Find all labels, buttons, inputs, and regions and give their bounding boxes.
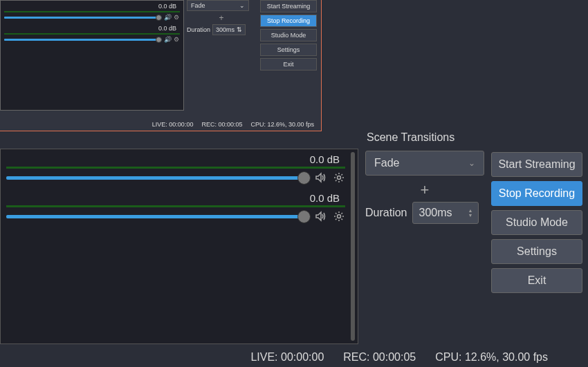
preview-screenshot: 0.0 dB 🔊 ⚙ 0.0 dB 🔊 ⚙ F [0,0,322,131]
stop-recording-button[interactable]: Stop Recording [491,181,582,206]
duration-spinner[interactable]: 300ms ▲▼ [412,202,479,224]
preview-duration-spinner[interactable]: 300ms ⇅ [212,24,246,35]
svg-point-1 [338,215,341,218]
rec-status: REC: 00:00:05 [343,351,416,364]
slider-thumb[interactable] [297,210,311,223]
speaker-icon[interactable] [315,210,327,223]
preview-add-transition-button[interactable]: + [187,13,256,23]
gear-icon[interactable]: ⚙ [173,14,180,21]
db-label: 0.0 dB [6,153,345,165]
chevron-down-icon: ⌄ [468,158,475,168]
speaker-icon[interactable]: 🔊 [164,14,171,21]
svg-point-0 [338,176,341,180]
duration-value: 300ms [419,207,452,219]
preview-exit-button[interactable]: Exit [260,58,317,70]
transition-select[interactable]: Fade ⌄ [365,151,484,176]
preview-studio-mode-button[interactable]: Studio Mode [260,29,317,41]
add-transition-button[interactable]: + [365,181,484,199]
exit-button[interactable]: Exit [491,268,582,293]
gear-icon[interactable]: ⚙ [173,36,180,43]
preview-duration-value: 300ms [216,26,235,33]
preview-audio-meter [4,33,180,35]
preview-volume-slider[interactable] [4,17,162,19]
spinner-arrows-icon: ⇅ [237,26,242,33]
volume-slider[interactable] [6,176,309,180]
preview-transitions-panel: Fade ⌄ + Duration 300ms ⇅ [187,0,256,35]
slider-thumb[interactable] [156,15,162,21]
preview-cpu-status: CPU: 12.6%, 30.00 fps [250,121,314,128]
chevron-down-icon: ⌄ [239,2,245,9]
audio-track: 0.0 dB [1,188,358,227]
scrollbar[interactable] [351,152,355,341]
controls-column: Start Streaming Stop Recording Studio Mo… [491,152,582,293]
preview-audio-track: 0.0 dB 🔊 ⚙ [1,23,183,45]
main-panel: 0.0 dB 0.0 dB Scene Transitions Fade ⌄ [0,131,588,367]
speaker-icon[interactable] [315,171,327,184]
audio-mixer-panel: 0.0 dB 0.0 dB [0,149,358,344]
preview-db-label: 0.0 dB [4,25,180,32]
gear-icon[interactable] [333,171,345,184]
preview-settings-button[interactable]: Settings [260,44,317,56]
scene-transitions-panel: Scene Transitions Fade ⌄ + Duration 300m… [365,131,484,224]
preview-rec-status: REC: 00:00:05 [201,121,242,128]
preview-db-label: 0.0 dB [4,3,180,10]
preview-transition-select[interactable]: Fade ⌄ [187,0,249,11]
cpu-status: CPU: 12.6%, 30.00 fps [435,351,548,364]
preview-mixer-panel: 0.0 dB 🔊 ⚙ 0.0 dB 🔊 ⚙ [0,0,184,111]
slider-thumb[interactable] [156,37,162,43]
preview-transition-value: Fade [191,2,205,9]
spinner-arrows-icon: ▲▼ [468,208,473,218]
status-bar: LIVE: 00:00:00 REC: 00:00:05 CPU: 12.6%,… [0,348,588,367]
preview-status-bar: LIVE: 00:00:00 REC: 00:00:05 CPU: 12.6%,… [0,118,321,131]
preview-start-streaming-button[interactable]: Start Streaming [260,0,317,12]
preview-stop-recording-button[interactable]: Stop Recording [260,15,317,27]
settings-button[interactable]: Settings [491,239,582,264]
studio-mode-button[interactable]: Studio Mode [491,210,582,235]
preview-controls-column: Start Streaming Stop Recording Studio Mo… [260,0,317,70]
slider-thumb[interactable] [297,171,311,185]
live-status: LIVE: 00:00:00 [250,351,324,364]
start-streaming-button[interactable]: Start Streaming [491,152,582,177]
volume-slider[interactable] [6,215,309,218]
audio-meter [6,167,345,169]
duration-label: Duration [365,207,407,219]
speaker-icon[interactable]: 🔊 [164,36,171,43]
gear-icon[interactable] [333,210,345,223]
preview-audio-meter [4,11,180,12]
preview-volume-slider[interactable] [4,39,162,41]
scene-transitions-title: Scene Transitions [365,131,484,144]
audio-track: 0.0 dB [1,149,358,188]
db-label: 0.0 dB [6,192,345,204]
transition-value: Fade [374,157,399,169]
preview-live-status: LIVE: 00:00:00 [152,121,194,128]
audio-meter [6,205,345,207]
preview-audio-track: 0.0 dB 🔊 ⚙ [1,1,183,23]
preview-duration-label: Duration [187,26,210,33]
